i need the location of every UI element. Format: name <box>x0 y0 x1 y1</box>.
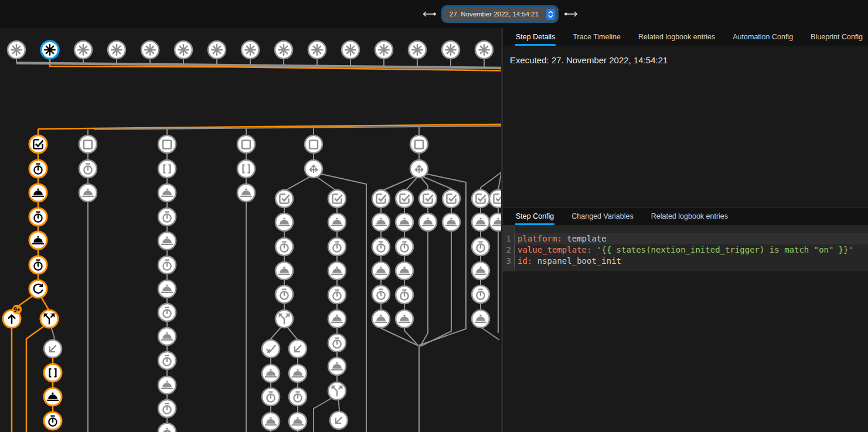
graph-node-square[interactable] <box>237 135 255 153</box>
graph-node-splity[interactable] <box>275 310 293 328</box>
graph-node-split4[interactable] <box>410 160 428 178</box>
graph-node-asterisk[interactable] <box>175 41 192 59</box>
graph-node-timer[interactable] <box>275 238 293 256</box>
graph-node-cloche[interactable] <box>158 423 176 432</box>
next-run-arrow-icon[interactable] <box>563 10 579 18</box>
graph-node-cloche[interactable] <box>29 232 47 249</box>
previous-run-arrow-icon[interactable] <box>421 10 437 18</box>
graph-node-asterisk[interactable] <box>141 41 159 59</box>
graph-node-timer[interactable] <box>289 388 307 406</box>
graph-node-asterisk[interactable] <box>108 41 125 59</box>
graph-node-cloche[interactable] <box>328 310 346 328</box>
graph-node-checkarrow[interactable] <box>262 340 280 358</box>
graph-node-cloche[interactable] <box>396 262 413 280</box>
graph-node-timer[interactable] <box>158 208 176 226</box>
tab-step-config[interactable]: Step Config <box>515 208 554 225</box>
graph-node-timer[interactable] <box>29 160 47 178</box>
graph-node-cloche[interactable] <box>158 184 176 202</box>
graph-node-arrowup[interactable]: 9+ <box>3 305 22 328</box>
graph-node-cloche[interactable] <box>289 413 307 430</box>
graph-node-timer[interactable] <box>79 160 97 178</box>
graph-node-timer[interactable] <box>372 238 390 256</box>
graph-node-refresh[interactable] <box>29 280 47 298</box>
graph-node-splity[interactable] <box>328 382 346 400</box>
graph-node-cloche[interactable] <box>262 413 280 430</box>
graph-node-cloche[interactable] <box>372 213 390 231</box>
graph-node-checkbox[interactable] <box>442 190 460 208</box>
graph-node-timer[interactable] <box>29 256 47 274</box>
graph-node-cloche[interactable] <box>158 328 176 345</box>
graph-node-square[interactable] <box>158 135 176 153</box>
graph-node-timer[interactable] <box>158 352 176 369</box>
graph-node-cloche[interactable] <box>262 365 280 382</box>
graph-node-cloche[interactable] <box>328 262 346 280</box>
graph-node-asterisk[interactable] <box>74 41 92 59</box>
graph-node-checkbox[interactable] <box>275 190 293 208</box>
graph-node-asterisk[interactable] <box>275 41 292 59</box>
graph-node-asterisk[interactable] <box>8 41 25 59</box>
graph-node-cloche[interactable] <box>158 376 176 394</box>
graph-node-asterisk[interactable] <box>208 41 226 59</box>
graph-node-checkbox[interactable] <box>419 190 437 208</box>
graph-node-checkbox[interactable] <box>472 190 489 208</box>
graph-node-timer[interactable] <box>262 388 280 406</box>
run-selector[interactable]: 27. November 2022, 14:54:21 <box>443 7 557 21</box>
graph-node-cloche[interactable] <box>472 262 489 280</box>
graph-node-timer[interactable] <box>158 400 176 417</box>
tab-related-logbook-entries[interactable]: Related logbook entries <box>638 28 716 46</box>
graph-node-checkbox[interactable] <box>489 190 502 208</box>
graph-node-timer[interactable] <box>472 238 489 256</box>
tab-step-details[interactable]: Step Details <box>515 28 556 46</box>
graph-node-arrowbl[interactable] <box>289 340 307 358</box>
graph-node-cloche[interactable] <box>396 310 413 328</box>
graph-node-cloche[interactable] <box>79 184 97 202</box>
tab-changed-variables[interactable]: Changed Variables <box>571 208 634 225</box>
graph-node-timer[interactable] <box>472 285 489 303</box>
graph-node-timer[interactable] <box>328 286 346 304</box>
graph-node-splity[interactable] <box>40 310 58 328</box>
graph-node-cloche[interactable] <box>442 213 460 231</box>
graph-node-brackets[interactable] <box>158 160 176 178</box>
tab-blueprint-config[interactable]: Blueprint Config <box>810 28 863 46</box>
graph-node-asterisk[interactable] <box>241 41 259 59</box>
graph-node-timer[interactable] <box>158 304 176 321</box>
graph-node-cloche[interactable] <box>158 232 176 250</box>
graph-node-cloche[interactable] <box>396 213 413 231</box>
graph-node-cloche[interactable] <box>419 213 437 231</box>
graph-node-timer[interactable] <box>158 256 176 274</box>
graph-node-cloche[interactable] <box>328 213 346 231</box>
graph-node-cloche[interactable] <box>275 262 293 280</box>
graph-node-brackets[interactable] <box>237 160 255 178</box>
graph-node-timer[interactable] <box>328 238 346 256</box>
graph-node-cloche[interactable] <box>29 184 47 202</box>
graph-node-checkbox[interactable] <box>29 135 47 153</box>
graph-node-asterisk[interactable] <box>41 41 59 59</box>
graph-node-cloche[interactable] <box>489 213 502 231</box>
graph-node-arrowbl[interactable] <box>330 411 348 429</box>
graph-node-asterisk[interactable] <box>342 41 359 59</box>
graph-node-asterisk[interactable] <box>475 41 493 59</box>
graph-node-cloche[interactable] <box>472 213 489 231</box>
graph-node-cloche[interactable] <box>289 365 307 382</box>
tab-trace-timeline[interactable]: Trace Timeline <box>572 28 621 46</box>
run-selector-stepper-icon[interactable] <box>546 9 555 20</box>
graph-node-timer[interactable] <box>29 208 47 226</box>
graph-node-timer[interactable] <box>275 285 293 303</box>
graph-node-asterisk[interactable] <box>308 41 326 59</box>
graph-node-cloche[interactable] <box>328 358 346 375</box>
graph-node-cloche[interactable] <box>472 310 489 328</box>
graph-node-brackets[interactable] <box>44 364 62 382</box>
graph-node-cloche[interactable] <box>275 213 293 231</box>
graph-node-timer[interactable] <box>372 285 390 303</box>
graph-node-cloche[interactable] <box>44 388 62 406</box>
graph-node-split4[interactable] <box>305 160 322 178</box>
graph-node-cloche[interactable] <box>158 280 176 298</box>
step-config-code[interactable]: 1platform: template2value_template: '{{ … <box>503 225 868 271</box>
graph-node-cloche[interactable] <box>372 310 390 328</box>
graph-node-square[interactable] <box>79 135 97 153</box>
tab-automation-config[interactable]: Automation Config <box>732 28 794 46</box>
graph-node-checkbox[interactable] <box>328 190 346 208</box>
graph-node-square[interactable] <box>305 135 322 153</box>
graph-node-timer[interactable] <box>44 412 62 430</box>
graph-node-cloche[interactable] <box>372 262 390 280</box>
